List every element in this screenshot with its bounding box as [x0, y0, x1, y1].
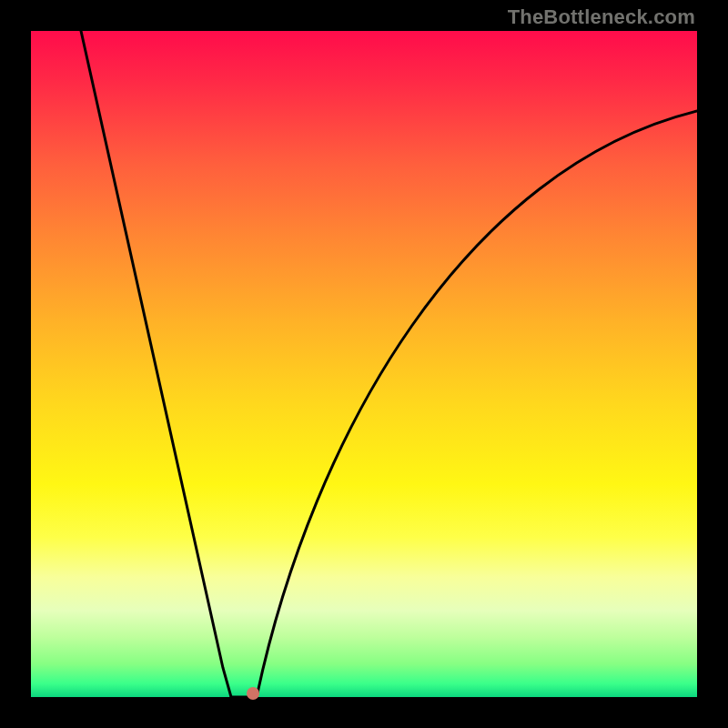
attribution-label: TheBottleneck.com — [508, 5, 695, 29]
curve-left-branch — [81, 31, 231, 697]
bottleneck-curve — [31, 31, 697, 697]
chart-plot-area — [31, 31, 697, 697]
optimal-point-marker — [247, 687, 259, 700]
curve-right-branch — [257, 111, 697, 697]
